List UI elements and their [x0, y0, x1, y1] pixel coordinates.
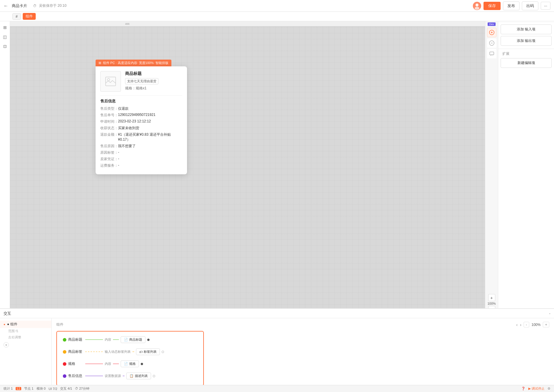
flow-row-2: 商品标签 输入动态标签列表 🏷标签列表: [63, 348, 197, 355]
flow-node-3[interactable]: 📄规格: [121, 360, 139, 367]
aftersale-reason-label: 售后原因：: [100, 144, 118, 149]
flow-prev-btn[interactable]: ‹: [516, 322, 518, 327]
aftersale-voucher-row: 卖家凭证： -: [100, 157, 182, 162]
aftersale-time-value: 2023-02-23 12:12:12: [118, 119, 151, 124]
aftersale-shipping-label: 运费服务：: [100, 163, 118, 168]
flow-zoom-plus[interactable]: +: [543, 322, 549, 327]
component-block: ⊞ 组件 PC · 高度适应内容· 宽度100%· 智能排版 商品标题 支持七天…: [96, 60, 187, 174]
hash-toolbar-btn[interactable]: #: [12, 13, 21, 20]
aftersale-amount-value: ¥1（退还买家¥0.83 退还平台补贴¥0.17）: [118, 132, 182, 142]
aftersale-voucher-value: -: [118, 157, 119, 162]
aftersale-time-row: 申请时间： 2023-02-23 12:12:12: [100, 119, 182, 124]
flow-connector-2: [162, 351, 164, 353]
flow-zoom-value: 100%: [532, 323, 541, 327]
aftersale-reason-value: 我不想要了: [118, 144, 136, 149]
expand-title: 扩展: [498, 50, 554, 58]
add-output-btn[interactable]: 添加 输出项: [501, 36, 552, 46]
zoom-value: 100%: [487, 302, 496, 305]
status-ui: UI 7/2: [49, 387, 57, 391]
product-title: 商品标题: [125, 71, 158, 76]
save-button[interactable]: 保存: [483, 2, 501, 10]
flow-node-1[interactable]: 📄商品标题: [121, 336, 145, 343]
flow-node-2[interactable]: 🏷标签列表: [136, 348, 160, 355]
flow-arrow-label-2: 输入动态标签列表: [105, 350, 131, 354]
flow-dot-2: [63, 350, 66, 354]
aftersale-title: 售后信息: [100, 99, 182, 104]
flow-dot-1: [63, 338, 66, 342]
settings-icon[interactable]: ⚙: [548, 387, 550, 391]
aftersale-type-label: 售后类型：: [100, 106, 118, 111]
flow-connector-4: [153, 375, 155, 377]
bottom-panel: 交互 - ● ● 组件 范围 f1 左右调整 + 组件 ‹ ›: [0, 308, 554, 385]
sidebar-components-icon[interactable]: ◫: [1, 33, 9, 41]
panel-icon-message[interactable]: [487, 49, 496, 58]
flow-node-4[interactable]: 📋描述列表: [126, 373, 151, 379]
left-sidebar: ⊞ ◫ ⊡ 🔍: [0, 21, 10, 315]
panel-icon-input[interactable]: [487, 28, 496, 37]
component-header-icon: ⊞: [99, 61, 101, 65]
aftersale-tag-row: 原因标签： -: [100, 150, 182, 155]
svg-point-1: [476, 4, 478, 6]
flow-diagram: 商品标题 内容 📄商品标题 商品标签 输入动态标签列表: [56, 331, 204, 385]
aftersale-status-value: 买家未收到货: [118, 126, 139, 131]
aftersale-order-row: 售后单号： 1290122949950721921: [100, 113, 182, 118]
status-block: 模块 0: [37, 386, 46, 391]
sidebar-assets-icon[interactable]: ⊡: [1, 42, 9, 50]
product-tag: 支持七天无理由退货: [125, 78, 158, 84]
product-image-placeholder: [100, 71, 121, 92]
flow-arrow-label-1: 内容: [105, 337, 111, 342]
status-node: 节点 1: [24, 386, 33, 391]
main-canvas[interactable]: 466 ⊞ 组件 PC · 高度适应内容· 宽度100%· 智能排版 商品标题: [10, 21, 485, 315]
add-input-btn[interactable]: 添加 输入项: [501, 24, 552, 34]
flow-row-3: 规格 内容 📄规格: [63, 360, 197, 367]
flow-connector-3: [141, 363, 143, 365]
svg-rect-3: [106, 77, 116, 86]
collapse-btn[interactable]: -: [549, 311, 550, 316]
help-icon[interactable]: ❓: [521, 387, 525, 391]
zoom-plus-btn[interactable]: +: [488, 294, 495, 301]
tree-root-label: ● 组件: [7, 322, 17, 327]
flow-label-2: 商品标签: [68, 349, 83, 354]
flow-connector-1: [147, 339, 150, 341]
panel-icon-output[interactable]: [487, 38, 496, 48]
component-header-bar: ⊞ 组件 PC · 高度适应内容· 宽度100%· 智能排版: [96, 60, 171, 66]
aftersale-amount-row: 退款金额： ¥1（退还买家¥0.83 退还平台补贴¥0.17）: [100, 132, 182, 142]
flow-area: 组件 ‹ › - 100% + 商品标题 内容: [52, 318, 554, 385]
svg-rect-7: [490, 52, 494, 55]
tree-sub2: 左右调整: [0, 334, 51, 340]
right-panel: 组件 添加 输入项 添加 输出项 扩展 新建编辑项: [498, 12, 554, 315]
tree-add-btn[interactable]: +: [0, 340, 51, 349]
tree-root-item[interactable]: ● ● 组件: [0, 321, 51, 328]
component-header-label: 组件 PC · 高度适应内容· 宽度100%· 智能排版: [103, 61, 168, 65]
aftersale-order-value: 1290122949950721921: [118, 113, 155, 118]
back-button[interactable]: ←: [4, 3, 8, 9]
interaction-title: 交互: [4, 311, 11, 316]
flow-zoom-minus[interactable]: -: [524, 322, 529, 327]
aftersale-reason-row: 售后原因： 我不想要了: [100, 144, 182, 149]
save-time-icon: ⏱: [33, 4, 37, 8]
component-toolbar-btn[interactable]: 组件: [23, 13, 36, 20]
ruler-mark: 466: [125, 22, 130, 25]
dev-badge: Dev: [488, 22, 495, 26]
status-interaction: 交互 4/1: [60, 386, 72, 391]
debug-stop-btn[interactable]: ▶ 调试停止: [528, 386, 545, 391]
export-button[interactable]: 出码: [522, 1, 538, 10]
aftersale-status-row: 收获状态： 买家未收到货: [100, 126, 182, 131]
sidebar-layers-icon[interactable]: ⊞: [1, 24, 9, 31]
component-tree: ● ● 组件 范围 f1 左右调整 +: [0, 318, 52, 385]
flow-arrow-label-3: 内容: [105, 362, 111, 366]
publish-button[interactable]: 发布: [503, 1, 519, 10]
aftersale-amount-label: 退款金额：: [100, 132, 118, 142]
aftersale-section: 售后信息 售后类型： 仅退款 售后单号： 1290122949950721921…: [100, 95, 182, 168]
more-button[interactable]: ···: [541, 2, 550, 10]
new-editor-btn[interactable]: 新建编辑项: [501, 58, 552, 68]
flow-next-btn[interactable]: ›: [520, 322, 522, 327]
tree-sub1: 范围 f1: [0, 328, 51, 334]
flow-dot-3: [63, 362, 66, 366]
avatar: [473, 2, 481, 10]
status-l1: L1: [16, 387, 21, 390]
aftersale-time-label: 申请时间：: [100, 119, 118, 124]
product-spec: 规格：规格x1: [125, 86, 158, 91]
svg-point-4: [107, 78, 110, 81]
aftersale-order-label: 售后单号：: [100, 113, 118, 118]
